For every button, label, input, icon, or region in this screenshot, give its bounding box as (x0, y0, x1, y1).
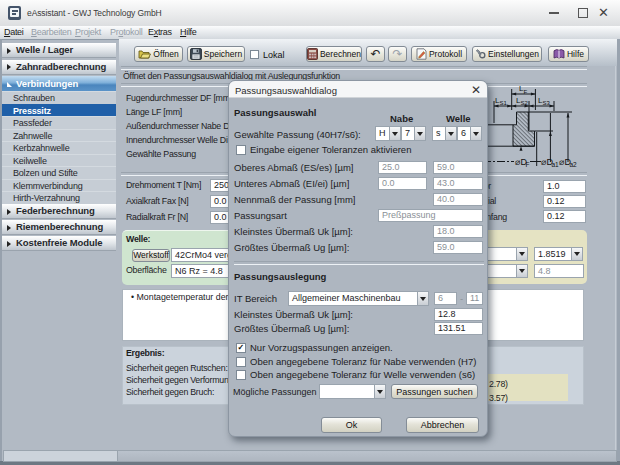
svg-text:a1: a1 (552, 161, 560, 168)
svg-text:S2: S2 (521, 100, 529, 106)
svg-text:S3: S3 (543, 100, 551, 106)
svg-text:S1: S1 (500, 100, 508, 106)
svg-text:F: F (524, 89, 528, 95)
svg-text:F: F (526, 161, 530, 168)
svg-text:a2: a2 (570, 161, 578, 168)
